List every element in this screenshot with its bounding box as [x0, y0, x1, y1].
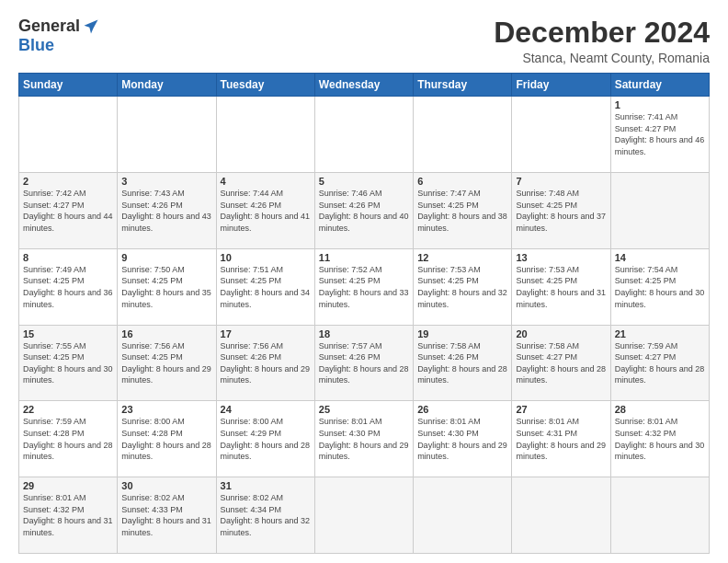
calendar-table: Sunday Monday Tuesday Wednesday Thursday…: [18, 73, 710, 554]
empty-cell: [512, 97, 610, 173]
col-thursday: Thursday: [414, 74, 512, 97]
calendar-week-3: 8Sunrise: 7:49 AMSunset: 4:25 PMDaylight…: [19, 248, 710, 325]
col-wednesday: Wednesday: [314, 74, 413, 97]
table-row: [610, 477, 709, 554]
table-row: 10Sunrise: 7:51 AMSunset: 4:25 PMDayligh…: [216, 248, 314, 325]
main-title: December 2024: [494, 17, 710, 49]
table-row: 27Sunrise: 8:01 AMSunset: 4:31 PMDayligh…: [512, 401, 610, 477]
table-row: 23Sunrise: 8:00 AMSunset: 4:28 PMDayligh…: [118, 401, 216, 477]
calendar-week-5: 22Sunrise: 7:59 AMSunset: 4:28 PMDayligh…: [19, 401, 710, 477]
empty-cell: [314, 97, 413, 173]
table-row: 4Sunrise: 7:44 AMSunset: 4:26 PMDaylight…: [216, 172, 314, 248]
page: General Blue December 2024 Stanca, Neamt…: [0, 0, 728, 563]
col-friday: Friday: [512, 74, 610, 97]
table-row: 28Sunrise: 8:01 AMSunset: 4:32 PMDayligh…: [610, 401, 709, 477]
table-row: 7Sunrise: 7:48 AMSunset: 4:25 PMDaylight…: [512, 172, 610, 248]
col-monday: Monday: [118, 74, 216, 97]
table-row: 6Sunrise: 7:47 AMSunset: 4:25 PMDaylight…: [414, 172, 512, 248]
logo: General Blue: [18, 17, 100, 55]
logo-blue-text: Blue: [18, 36, 54, 54]
table-row: 5Sunrise: 7:46 AMSunset: 4:26 PMDaylight…: [314, 172, 413, 248]
table-row: 15Sunrise: 7:55 AMSunset: 4:25 PMDayligh…: [19, 325, 118, 401]
header: General Blue December 2024 Stanca, Neamt…: [18, 17, 710, 65]
table-row: 29Sunrise: 8:01 AMSunset: 4:32 PMDayligh…: [19, 477, 118, 554]
table-row: 9Sunrise: 7:50 AMSunset: 4:25 PMDaylight…: [118, 248, 216, 325]
col-tuesday: Tuesday: [216, 74, 314, 97]
empty-cell: [19, 97, 118, 173]
empty-cell: [118, 97, 216, 173]
table-row: 12Sunrise: 7:53 AMSunset: 4:25 PMDayligh…: [414, 248, 512, 325]
table-row: [610, 172, 709, 248]
table-row: 17Sunrise: 7:56 AMSunset: 4:26 PMDayligh…: [216, 325, 314, 401]
table-row: 30Sunrise: 8:02 AMSunset: 4:33 PMDayligh…: [118, 477, 216, 554]
logo-bird-icon: [82, 17, 100, 36]
logo-general-text: General: [18, 17, 80, 36]
calendar-week-1: 1Sunrise: 7:41 AMSunset: 4:27 PMDaylight…: [19, 97, 710, 173]
table-row: 20Sunrise: 7:58 AMSunset: 4:27 PMDayligh…: [512, 325, 610, 401]
table-row: 11Sunrise: 7:52 AMSunset: 4:25 PMDayligh…: [314, 248, 413, 325]
table-row: 18Sunrise: 7:57 AMSunset: 4:26 PMDayligh…: [314, 325, 413, 401]
empty-cell: [414, 97, 512, 173]
table-row: 24Sunrise: 8:00 AMSunset: 4:29 PMDayligh…: [216, 401, 314, 477]
table-row: 16Sunrise: 7:56 AMSunset: 4:25 PMDayligh…: [118, 325, 216, 401]
table-row: 1Sunrise: 7:41 AMSunset: 4:27 PMDaylight…: [610, 97, 709, 173]
table-row: 14Sunrise: 7:54 AMSunset: 4:25 PMDayligh…: [610, 248, 709, 325]
calendar-week-4: 15Sunrise: 7:55 AMSunset: 4:25 PMDayligh…: [19, 325, 710, 401]
col-saturday: Saturday: [610, 74, 709, 97]
table-row: 3Sunrise: 7:43 AMSunset: 4:26 PMDaylight…: [118, 172, 216, 248]
title-area: December 2024 Stanca, Neamt County, Roma…: [494, 17, 710, 65]
calendar-week-6: 29Sunrise: 8:01 AMSunset: 4:32 PMDayligh…: [19, 477, 710, 554]
calendar-week-2: 2Sunrise: 7:42 AMSunset: 4:27 PMDaylight…: [19, 172, 710, 248]
table-row: [414, 477, 512, 554]
col-sunday: Sunday: [19, 74, 118, 97]
table-row: 8Sunrise: 7:49 AMSunset: 4:25 PMDaylight…: [19, 248, 118, 325]
table-row: 21Sunrise: 7:59 AMSunset: 4:27 PMDayligh…: [610, 325, 709, 401]
table-row: 31Sunrise: 8:02 AMSunset: 4:34 PMDayligh…: [216, 477, 314, 554]
empty-cell: [216, 97, 314, 173]
table-row: 19Sunrise: 7:58 AMSunset: 4:26 PMDayligh…: [414, 325, 512, 401]
table-row: 13Sunrise: 7:53 AMSunset: 4:25 PMDayligh…: [512, 248, 610, 325]
table-row: 26Sunrise: 8:01 AMSunset: 4:30 PMDayligh…: [414, 401, 512, 477]
table-row: [314, 477, 413, 554]
sub-title: Stanca, Neamt County, Romania: [494, 51, 710, 65]
table-row: 2Sunrise: 7:42 AMSunset: 4:27 PMDaylight…: [19, 172, 118, 248]
table-row: 25Sunrise: 8:01 AMSunset: 4:30 PMDayligh…: [314, 401, 413, 477]
table-row: 22Sunrise: 7:59 AMSunset: 4:28 PMDayligh…: [19, 401, 118, 477]
table-row: [512, 477, 610, 554]
calendar-header-row: Sunday Monday Tuesday Wednesday Thursday…: [19, 74, 710, 97]
